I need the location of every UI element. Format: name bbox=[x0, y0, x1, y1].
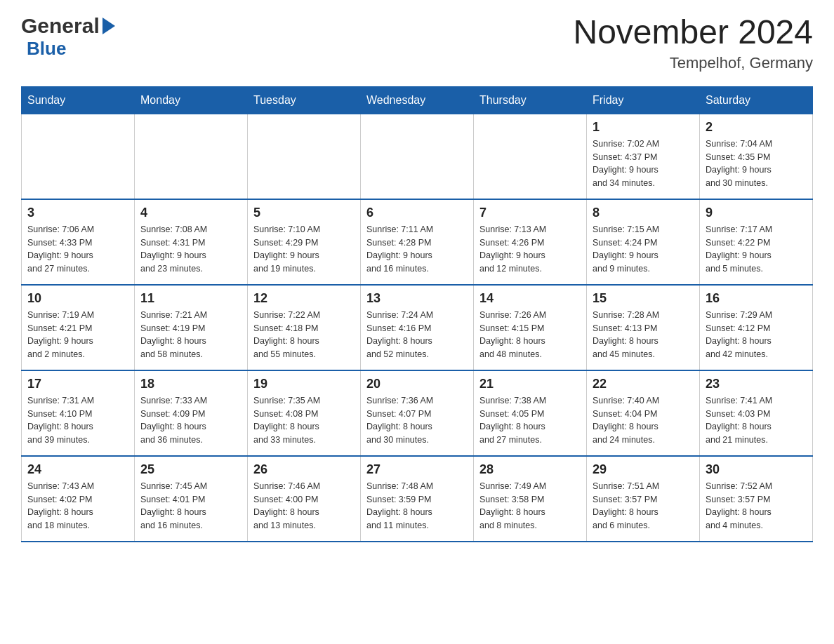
col-header-tuesday: Tuesday bbox=[248, 86, 361, 114]
day-number: 29 bbox=[593, 462, 694, 477]
calendar-cell: 9Sunrise: 7:17 AM Sunset: 4:22 PM Daylig… bbox=[700, 199, 813, 285]
day-info: Sunrise: 7:17 AM Sunset: 4:22 PM Dayligh… bbox=[706, 223, 807, 276]
day-info: Sunrise: 7:33 AM Sunset: 4:09 PM Dayligh… bbox=[140, 394, 241, 447]
calendar-cell: 6Sunrise: 7:11 AM Sunset: 4:28 PM Daylig… bbox=[361, 199, 474, 285]
day-number: 28 bbox=[479, 462, 581, 477]
calendar-cell: 13Sunrise: 7:24 AM Sunset: 4:16 PM Dayli… bbox=[361, 285, 474, 370]
day-info: Sunrise: 7:22 AM Sunset: 4:18 PM Dayligh… bbox=[253, 309, 355, 361]
day-info: Sunrise: 7:45 AM Sunset: 4:01 PM Dayligh… bbox=[140, 480, 241, 532]
day-info: Sunrise: 7:43 AM Sunset: 4:02 PM Dayligh… bbox=[27, 480, 128, 532]
day-info: Sunrise: 7:49 AM Sunset: 3:58 PM Dayligh… bbox=[479, 480, 581, 532]
day-number: 9 bbox=[706, 206, 807, 220]
calendar-cell bbox=[135, 114, 248, 199]
day-info: Sunrise: 7:52 AM Sunset: 3:57 PM Dayligh… bbox=[706, 480, 807, 532]
day-info: Sunrise: 7:35 AM Sunset: 4:08 PM Dayligh… bbox=[253, 394, 355, 447]
calendar-cell: 14Sunrise: 7:26 AM Sunset: 4:15 PM Dayli… bbox=[474, 285, 587, 370]
day-number: 18 bbox=[140, 377, 241, 391]
calendar-cell: 8Sunrise: 7:15 AM Sunset: 4:24 PM Daylig… bbox=[587, 199, 700, 285]
calendar-cell: 22Sunrise: 7:40 AM Sunset: 4:04 PM Dayli… bbox=[587, 370, 700, 456]
calendar-cell bbox=[248, 114, 361, 199]
day-number: 6 bbox=[366, 206, 468, 220]
calendar-cell: 18Sunrise: 7:33 AM Sunset: 4:09 PM Dayli… bbox=[135, 370, 248, 456]
calendar-cell: 17Sunrise: 7:31 AM Sunset: 4:10 PM Dayli… bbox=[22, 370, 135, 456]
day-info: Sunrise: 7:08 AM Sunset: 4:31 PM Dayligh… bbox=[140, 223, 241, 276]
calendar-table: SundayMondayTuesdayWednesdayThursdayFrid… bbox=[21, 86, 813, 542]
day-number: 10 bbox=[27, 291, 128, 306]
calendar-week-3: 10Sunrise: 7:19 AM Sunset: 4:21 PM Dayli… bbox=[22, 285, 813, 370]
calendar-cell: 1Sunrise: 7:02 AM Sunset: 4:37 PM Daylig… bbox=[587, 114, 700, 199]
day-info: Sunrise: 7:02 AM Sunset: 4:37 PM Dayligh… bbox=[593, 137, 694, 190]
calendar-cell: 2Sunrise: 7:04 AM Sunset: 4:35 PM Daylig… bbox=[700, 114, 813, 199]
col-header-saturday: Saturday bbox=[700, 86, 813, 114]
calendar-week-4: 17Sunrise: 7:31 AM Sunset: 4:10 PM Dayli… bbox=[22, 370, 813, 456]
day-number: 20 bbox=[366, 377, 468, 391]
day-number: 7 bbox=[479, 206, 581, 220]
calendar-cell: 24Sunrise: 7:43 AM Sunset: 4:02 PM Dayli… bbox=[22, 456, 135, 542]
day-number: 5 bbox=[253, 206, 355, 220]
logo-blue-text: Blue bbox=[27, 38, 66, 60]
day-number: 17 bbox=[27, 377, 128, 391]
calendar-cell: 4Sunrise: 7:08 AM Sunset: 4:31 PM Daylig… bbox=[135, 199, 248, 285]
calendar-cell: 25Sunrise: 7:45 AM Sunset: 4:01 PM Dayli… bbox=[135, 456, 248, 542]
calendar-cell: 29Sunrise: 7:51 AM Sunset: 3:57 PM Dayli… bbox=[587, 456, 700, 542]
col-header-monday: Monday bbox=[135, 86, 248, 114]
calendar-cell: 10Sunrise: 7:19 AM Sunset: 4:21 PM Dayli… bbox=[22, 285, 135, 370]
calendar-cell: 12Sunrise: 7:22 AM Sunset: 4:18 PM Dayli… bbox=[248, 285, 361, 370]
calendar-cell: 26Sunrise: 7:46 AM Sunset: 4:00 PM Dayli… bbox=[248, 456, 361, 542]
day-info: Sunrise: 7:24 AM Sunset: 4:16 PM Dayligh… bbox=[366, 309, 468, 361]
day-number: 30 bbox=[706, 462, 807, 477]
day-number: 25 bbox=[140, 462, 241, 477]
title-section: November 2024 Tempelhof, Germany bbox=[573, 14, 813, 72]
day-number: 14 bbox=[479, 291, 581, 306]
day-info: Sunrise: 7:29 AM Sunset: 4:12 PM Dayligh… bbox=[706, 309, 807, 361]
calendar-cell: 19Sunrise: 7:35 AM Sunset: 4:08 PM Dayli… bbox=[248, 370, 361, 456]
day-number: 3 bbox=[27, 206, 128, 220]
day-number: 12 bbox=[253, 291, 355, 306]
day-info: Sunrise: 7:26 AM Sunset: 4:15 PM Dayligh… bbox=[479, 309, 581, 361]
day-info: Sunrise: 7:40 AM Sunset: 4:04 PM Dayligh… bbox=[593, 394, 694, 447]
day-info: Sunrise: 7:41 AM Sunset: 4:03 PM Dayligh… bbox=[706, 394, 807, 447]
col-header-wednesday: Wednesday bbox=[361, 86, 474, 114]
calendar-week-5: 24Sunrise: 7:43 AM Sunset: 4:02 PM Dayli… bbox=[22, 456, 813, 542]
calendar-week-1: 1Sunrise: 7:02 AM Sunset: 4:37 PM Daylig… bbox=[22, 114, 813, 199]
day-number: 22 bbox=[593, 377, 694, 391]
calendar-cell bbox=[361, 114, 474, 199]
day-info: Sunrise: 7:11 AM Sunset: 4:28 PM Dayligh… bbox=[366, 223, 468, 276]
day-info: Sunrise: 7:28 AM Sunset: 4:13 PM Dayligh… bbox=[593, 309, 694, 361]
day-info: Sunrise: 7:19 AM Sunset: 4:21 PM Dayligh… bbox=[27, 309, 128, 361]
calendar-cell: 5Sunrise: 7:10 AM Sunset: 4:29 PM Daylig… bbox=[248, 199, 361, 285]
day-info: Sunrise: 7:06 AM Sunset: 4:33 PM Dayligh… bbox=[27, 223, 128, 276]
day-info: Sunrise: 7:46 AM Sunset: 4:00 PM Dayligh… bbox=[253, 480, 355, 532]
day-info: Sunrise: 7:15 AM Sunset: 4:24 PM Dayligh… bbox=[593, 223, 694, 276]
location-text: Tempelhof, Germany bbox=[573, 54, 813, 72]
day-info: Sunrise: 7:13 AM Sunset: 4:26 PM Dayligh… bbox=[479, 223, 581, 276]
calendar-cell: 23Sunrise: 7:41 AM Sunset: 4:03 PM Dayli… bbox=[700, 370, 813, 456]
calendar-cell bbox=[474, 114, 587, 199]
day-number: 1 bbox=[593, 120, 694, 135]
day-number: 8 bbox=[593, 206, 694, 220]
calendar-cell: 28Sunrise: 7:49 AM Sunset: 3:58 PM Dayli… bbox=[474, 456, 587, 542]
day-number: 24 bbox=[27, 462, 128, 477]
col-header-friday: Friday bbox=[587, 86, 700, 114]
day-number: 2 bbox=[706, 120, 807, 135]
calendar-cell: 20Sunrise: 7:36 AM Sunset: 4:07 PM Dayli… bbox=[361, 370, 474, 456]
col-header-sunday: Sunday bbox=[22, 86, 135, 114]
col-header-thursday: Thursday bbox=[474, 86, 587, 114]
calendar-cell: 30Sunrise: 7:52 AM Sunset: 3:57 PM Dayli… bbox=[700, 456, 813, 542]
calendar-cell: 21Sunrise: 7:38 AM Sunset: 4:05 PM Dayli… bbox=[474, 370, 587, 456]
day-info: Sunrise: 7:36 AM Sunset: 4:07 PM Dayligh… bbox=[366, 394, 468, 447]
calendar-header-row: SundayMondayTuesdayWednesdayThursdayFrid… bbox=[22, 86, 813, 114]
day-info: Sunrise: 7:21 AM Sunset: 4:19 PM Dayligh… bbox=[140, 309, 241, 361]
calendar-cell: 27Sunrise: 7:48 AM Sunset: 3:59 PM Dayli… bbox=[361, 456, 474, 542]
day-info: Sunrise: 7:31 AM Sunset: 4:10 PM Dayligh… bbox=[27, 394, 128, 447]
day-number: 19 bbox=[253, 377, 355, 391]
logo-general-text: General bbox=[21, 14, 100, 38]
calendar-cell: 11Sunrise: 7:21 AM Sunset: 4:19 PM Dayli… bbox=[135, 285, 248, 370]
day-number: 27 bbox=[366, 462, 468, 477]
day-number: 13 bbox=[366, 291, 468, 306]
day-number: 4 bbox=[140, 206, 241, 220]
day-number: 26 bbox=[253, 462, 355, 477]
month-title: November 2024 bbox=[573, 14, 813, 51]
calendar-cell: 7Sunrise: 7:13 AM Sunset: 4:26 PM Daylig… bbox=[474, 199, 587, 285]
day-number: 15 bbox=[593, 291, 694, 306]
